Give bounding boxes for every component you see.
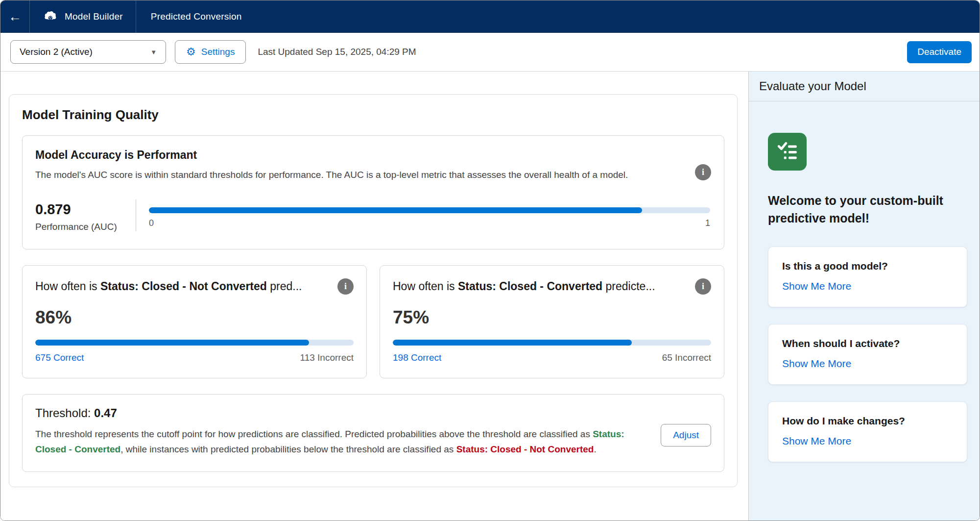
- auc-progress-bar: [149, 207, 710, 213]
- info-icon[interactable]: i: [337, 278, 354, 295]
- app-name-label: Model Builder: [65, 11, 123, 22]
- evaluate-sidebar: Evaluate your Model: [748, 72, 980, 521]
- outcome-progress-fill: [393, 340, 632, 346]
- section-title: Model Training Quality: [22, 107, 724, 123]
- outcome-progress-fill: [35, 340, 309, 346]
- deactivate-button[interactable]: Deactivate: [907, 41, 972, 63]
- outcome-progress-bar: [35, 340, 354, 346]
- help-card-good-model: Is this a good model? Show Me More: [768, 247, 967, 307]
- accuracy-description: The model's AUC score is within standard…: [35, 168, 657, 182]
- outcome-title-row: How often is Status: Closed - Converted …: [393, 278, 711, 295]
- show-me-more-link[interactable]: Show Me More: [782, 358, 851, 370]
- sidebar-header: Evaluate your Model: [749, 72, 980, 101]
- page-title-tab: Predicted Conversion: [136, 0, 257, 33]
- help-card-changes: How do I make changes? Show Me More: [768, 401, 967, 462]
- outcome-percent: 75%: [393, 307, 711, 328]
- model-training-quality-card: Model Training Quality Model Accuracy is…: [9, 94, 738, 487]
- settings-label: Settings: [201, 47, 235, 57]
- outcome-card-not-converted: How often is Status: Closed - Not Conver…: [22, 265, 367, 378]
- outcome-progress-bar: [393, 340, 711, 346]
- incorrect-count-label: 113 Incorrect: [300, 352, 354, 363]
- outcome-percent: 86%: [35, 307, 354, 328]
- version-select-value: Version 2 (Active): [20, 47, 93, 57]
- back-arrow-icon: ←: [8, 10, 22, 24]
- model-accuracy-card: Model Accuracy is Performant The model's…: [22, 135, 724, 249]
- sidebar-cards: Is this a good model? Show Me More When …: [768, 247, 967, 462]
- outcome-card-converted: How often is Status: Closed - Converted …: [380, 265, 724, 378]
- outcome-labels-row: 198 Correct 65 Incorrect: [393, 352, 711, 363]
- page-title: Predicted Conversion: [151, 11, 242, 22]
- last-updated-text: Last Updated Sep 15, 2025, 04:29 PM: [258, 47, 416, 57]
- chevron-down-icon: ▼: [150, 49, 157, 56]
- outcome-title: How often is Status: Closed - Converted …: [393, 278, 655, 293]
- app-brand-tab[interactable]: Model Builder: [30, 0, 136, 33]
- toolbar: Version 2 (Active) ▼ ⚙ Settings Last Upd…: [0, 33, 980, 72]
- adjust-button[interactable]: Adjust: [661, 424, 711, 447]
- welcome-message: Welcome to your custom-built predictive …: [768, 192, 959, 227]
- status-not-converted-text: Status: Closed - Not Converted: [456, 444, 594, 454]
- top-navbar: ← Model Builder Predict: [0, 0, 980, 33]
- back-button[interactable]: ←: [0, 0, 30, 33]
- content-area: Model Training Quality Model Accuracy is…: [0, 72, 980, 521]
- correct-count-link[interactable]: 198 Correct: [393, 352, 441, 363]
- help-question: When should I activate?: [782, 338, 953, 349]
- correct-count-link[interactable]: 675 Correct: [35, 352, 84, 363]
- threshold-card: Threshold: 0.47 The threshold represents…: [22, 394, 724, 472]
- info-icon[interactable]: i: [695, 164, 711, 180]
- auc-label: Performance (AUC): [35, 222, 136, 232]
- einstein-icon: [43, 9, 58, 25]
- accuracy-title: Model Accuracy is Performant: [35, 149, 710, 162]
- vertical-divider: [136, 199, 136, 231]
- threshold-title: Threshold: 0.47: [35, 406, 711, 420]
- checklist-icon: [768, 133, 807, 171]
- auc-metric-row: 0.879 Performance (AUC) 0 1: [35, 198, 710, 232]
- help-question: How do I make changes?: [782, 415, 953, 427]
- auc-scale: 0 1: [149, 218, 710, 228]
- info-icon[interactable]: i: [695, 278, 711, 295]
- scale-max-label: 1: [705, 218, 710, 228]
- auc-value-block: 0.879 Performance (AUC): [35, 198, 136, 232]
- threshold-description: The threshold represents the cutoff poin…: [35, 427, 650, 457]
- outcome-title-row: How often is Status: Closed - Not Conver…: [35, 278, 354, 295]
- help-card-activate: When should I activate? Show Me More: [768, 324, 967, 385]
- sidebar-body: Welcome to your custom-built predictive …: [749, 101, 980, 479]
- gear-icon: ⚙: [186, 47, 196, 57]
- main-panel: Model Training Quality Model Accuracy is…: [0, 72, 748, 521]
- help-question: Is this a good model?: [782, 260, 953, 272]
- show-me-more-link[interactable]: Show Me More: [782, 435, 851, 447]
- outcome-labels-row: 675 Correct 113 Incorrect: [35, 352, 354, 363]
- scale-min-label: 0: [149, 218, 154, 228]
- app-window: ← Model Builder Predict: [0, 0, 980, 521]
- auc-bar-block: 0 1: [149, 198, 710, 232]
- sidebar-title: Evaluate your Model: [759, 79, 866, 93]
- show-me-more-link[interactable]: Show Me More: [782, 280, 851, 292]
- version-select[interactable]: Version 2 (Active) ▼: [10, 40, 166, 64]
- auc-progress-fill: [149, 207, 642, 213]
- settings-button[interactable]: ⚙ Settings: [175, 40, 246, 64]
- outcome-cards-row: How often is Status: Closed - Not Conver…: [22, 265, 724, 378]
- outcome-title: How often is Status: Closed - Not Conver…: [35, 278, 302, 293]
- auc-value: 0.879: [35, 201, 136, 218]
- incorrect-count-label: 65 Incorrect: [662, 352, 711, 363]
